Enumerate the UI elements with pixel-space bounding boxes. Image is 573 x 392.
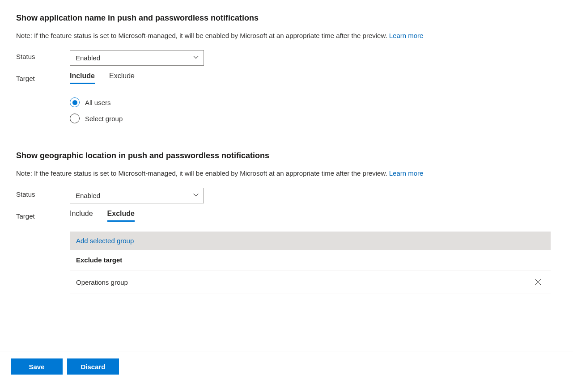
status-label: Status (16, 50, 70, 60)
note-text: Note: If the feature status is set to Mi… (16, 32, 389, 39)
section-title: Show application name in push and passwo… (16, 13, 557, 23)
radio-select-group-label: Select group (85, 115, 123, 122)
tab-include[interactable]: Include (70, 72, 95, 84)
note-text: Note: If the feature status is set to Mi… (16, 169, 389, 177)
exclude-target-header: Exclude target (70, 250, 551, 270)
add-group-bar: Add selected group (70, 232, 551, 250)
tab-exclude[interactable]: Exclude (109, 72, 135, 84)
radio-all-users[interactable]: All users (70, 97, 557, 107)
learn-more-link[interactable]: Learn more (389, 32, 424, 39)
status-dropdown[interactable]: Enabled (70, 188, 204, 203)
status-label: Status (16, 188, 70, 198)
add-selected-group-link[interactable]: Add selected group (76, 237, 134, 244)
tab-include[interactable]: Include (70, 210, 93, 222)
radio-select-group[interactable]: Select group (70, 114, 557, 123)
section-title: Show geographic location in push and pas… (16, 151, 557, 160)
save-button[interactable]: Save (11, 358, 63, 375)
radio-dot (72, 100, 77, 105)
include-radio-group: All users Select group (70, 97, 557, 123)
section-note: Note: If the feature status is set to Mi… (16, 169, 557, 177)
target-tabs: Include Exclude (70, 210, 557, 222)
target-tabs: Include Exclude (70, 72, 557, 84)
chevron-down-icon (193, 192, 199, 199)
radio-indicator (70, 97, 80, 107)
status-dropdown[interactable]: Enabled (70, 50, 204, 66)
status-value: Enabled (76, 192, 100, 199)
radio-indicator (70, 114, 80, 123)
close-icon (534, 278, 543, 287)
footer-actions: Save Discard (0, 351, 573, 382)
tab-exclude[interactable]: Exclude (107, 210, 135, 222)
radio-all-users-label: All users (85, 99, 111, 106)
discard-button[interactable]: Discard (67, 358, 119, 375)
exclude-panel: Add selected group Exclude target Operat… (70, 232, 551, 294)
remove-exclude-target-button[interactable] (532, 276, 544, 288)
exclude-target-name: Operations group (76, 278, 128, 286)
chevron-down-icon (193, 54, 199, 62)
section-app-name: Show application name in push and passwo… (16, 13, 557, 130)
section-note: Note: If the feature status is set to Mi… (16, 32, 557, 39)
target-label: Target (16, 210, 70, 220)
section-geo-location: Show geographic location in push and pas… (16, 151, 557, 294)
exclude-target-row: Operations group (70, 270, 551, 294)
status-value: Enabled (76, 54, 100, 62)
target-label: Target (16, 72, 70, 82)
learn-more-link[interactable]: Learn more (389, 169, 424, 177)
